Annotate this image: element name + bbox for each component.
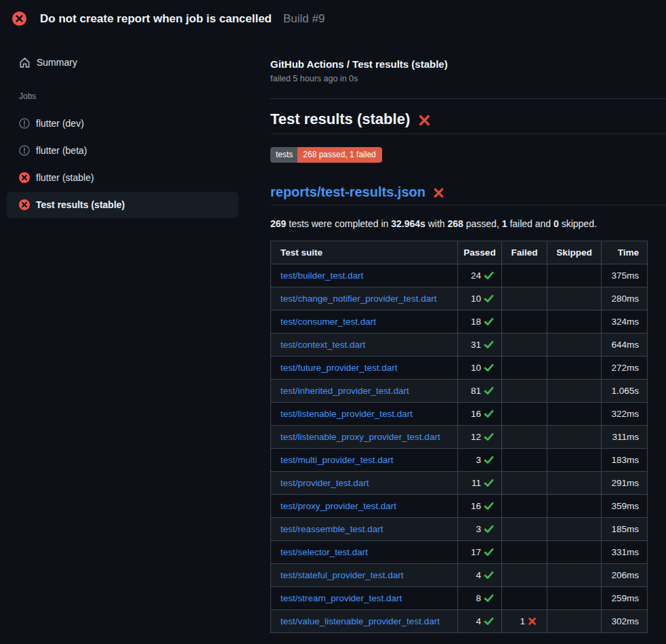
check-icon [484, 617, 494, 626]
failed-count: 1 [520, 616, 525, 626]
table-row: test/consumer_test.dart 18 324ms [271, 310, 648, 334]
failed-status-icon [19, 199, 30, 210]
table-row: test/listenable_proxy_provider_test.dart… [271, 426, 648, 449]
x-icon [528, 617, 537, 626]
passed-count: 24 [471, 270, 481, 281]
passed-count: 10 [471, 363, 481, 373]
table-row: test/future_provider_test.dart 10 272ms [271, 357, 648, 380]
table-header-row: Test suite Passed Failed Skipped Time [271, 241, 648, 264]
check-icon [484, 386, 494, 395]
passed-count: 16 [471, 409, 481, 419]
test-suite-link[interactable]: test/listenable_provider_test.dart [280, 409, 413, 419]
test-suite-link[interactable]: test/proxy_provider_test.dart [280, 501, 396, 511]
run-status-line: failed 5 hours ago in 0s [270, 74, 666, 83]
failed-x-icon [433, 187, 444, 199]
test-suite-link[interactable]: test/stateful_provider_test.dart [280, 570, 404, 580]
divider [270, 98, 666, 99]
time-value: 324ms [611, 317, 639, 327]
failed-status-icon [19, 172, 30, 183]
passed-count: 31 [471, 340, 481, 350]
report-file-heading: reports/test-results.json [270, 184, 666, 205]
sidebar-item-label: flutter (stable) [36, 172, 94, 183]
passed-count: 10 [471, 294, 481, 304]
test-suite-link[interactable]: test/inherited_provider_test.dart [280, 386, 409, 396]
sidebar-item-label: Summary [37, 57, 77, 68]
test-suite-link[interactable]: test/reassemble_test.dart [280, 524, 383, 534]
test-suite-link[interactable]: test/builder_test.dart [280, 270, 363, 281]
test-suite-link[interactable]: test/value_listenable_provider_test.dart [280, 616, 440, 626]
check-icon [484, 409, 494, 418]
passed-count: 3 [476, 524, 481, 534]
failed-x-icon [418, 114, 431, 127]
time-value: 291ms [611, 478, 639, 488]
section-title-text: Test results (stable) [270, 110, 410, 128]
check-icon [484, 571, 494, 580]
passed-count: 17 [471, 547, 481, 557]
passed-count: 81 [471, 386, 481, 396]
test-suite-link[interactable]: test/change_notifier_provider_test.dart [280, 294, 436, 304]
check-icon [484, 479, 494, 487]
test-suite-link[interactable]: test/stream_provider_test.dart [280, 593, 402, 603]
sidebar-item-label: flutter (dev) [36, 118, 84, 129]
time-value: 259ms [611, 593, 639, 603]
check-icon [484, 432, 494, 441]
time-value: 302ms [611, 616, 639, 626]
time-value: 272ms [611, 363, 639, 373]
test-suite-link[interactable]: test/future_provider_test.dart [280, 363, 398, 373]
table-row: test/stream_provider_test.dart 8 259ms [271, 587, 648, 610]
table-row: test/context_test.dart 31 644ms [271, 334, 648, 357]
passed-count: 12 [471, 432, 481, 442]
col-header-test-suite: Test suite [271, 241, 458, 264]
check-icon [484, 502, 494, 510]
test-suite-link[interactable]: test/context_test.dart [280, 340, 365, 350]
sidebar-item-label: Test results (stable) [36, 199, 125, 210]
col-header-skipped: Skipped [547, 241, 602, 264]
breadcrumb: GitHub Actions / Test results (stable) [270, 58, 666, 70]
table-row: test/provider_test.dart 11 291ms [271, 472, 648, 495]
passed-count: 11 [472, 478, 481, 488]
section-title: Test results (stable) [270, 110, 666, 134]
time-value: 206ms [611, 570, 639, 580]
test-suite-link[interactable]: test/provider_test.dart [280, 478, 369, 488]
table-row: test/listenable_provider_test.dart 16 32… [271, 403, 648, 426]
col-header-time: Time [602, 241, 648, 264]
stale-status-icon [19, 118, 30, 129]
time-value: 322ms [611, 409, 639, 419]
time-value: 331ms [611, 547, 639, 557]
col-header-passed: Passed [458, 241, 502, 264]
build-number: Build #9 [283, 12, 325, 26]
test-suite-link[interactable]: test/listenable_proxy_provider_test.dart [280, 432, 440, 442]
sidebar-item-summary[interactable]: Summary [7, 49, 238, 75]
test-suite-link[interactable]: test/multi_provider_test.dart [280, 455, 394, 465]
time-value: 311ms [612, 432, 639, 442]
table-row: test/selector_test.dart 17 331ms [271, 541, 648, 564]
sidebar-item-label: flutter (beta) [36, 145, 87, 156]
check-icon [484, 340, 494, 349]
failed-status-icon [12, 12, 26, 26]
badge-label: tests [270, 147, 297, 163]
passed-count: 4 [476, 616, 481, 626]
time-value: 185ms [611, 524, 639, 534]
table-row: test/multi_provider_test.dart 3 183ms [271, 449, 648, 472]
report-file-link[interactable]: reports/test-results.json [270, 184, 425, 200]
check-icon [484, 525, 494, 534]
sidebar-item-flutter-beta[interactable]: flutter (beta) [7, 138, 238, 163]
home-icon [19, 57, 30, 68]
test-suite-link[interactable]: test/selector_test.dart [280, 547, 368, 557]
run-header: Do not create report when job is cancell… [12, 12, 325, 26]
table-row: test/builder_test.dart 24 375ms [271, 264, 648, 287]
table-row: test/value_listenable_provider_test.dart… [271, 610, 648, 633]
test-suite-link[interactable]: test/consumer_test.dart [280, 317, 376, 327]
passed-count: 18 [471, 317, 481, 327]
sidebar-item-flutter-dev[interactable]: flutter (dev) [7, 110, 238, 136]
table-row: test/change_notifier_provider_test.dart … [271, 287, 648, 310]
check-icon [484, 271, 494, 280]
sidebar-item-flutter-stable[interactable]: flutter (stable) [7, 165, 238, 190]
test-results-table: Test suite Passed Failed Skipped Time te… [270, 241, 648, 633]
table-row: test/stateful_provider_test.dart 4 206ms [271, 564, 648, 587]
sidebar: Summary Jobs flutter (dev) flutter (beta… [7, 49, 238, 219]
sidebar-item-test-results-stable[interactable]: Test results (stable) [7, 192, 238, 218]
main-content: GitHub Actions / Test results (stable) f… [270, 58, 666, 633]
passed-count: 3 [476, 455, 481, 465]
check-icon [484, 456, 494, 464]
